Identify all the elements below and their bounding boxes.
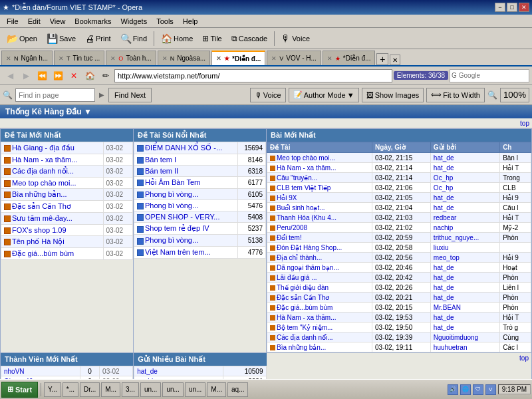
home-button[interactable]: 🏠 Home [157,30,197,47]
tab-0[interactable]: ✕ N Ngân h... [1,51,53,65]
tab-3[interactable]: ✕ N Ngoàsa... [158,51,210,65]
stop-button[interactable]: ✕ [66,68,81,83]
new-topic-link[interactable]: FOX's shop 1.09 [12,226,66,234]
post-link[interactable]: Câu "truyền... [277,174,317,182]
tab-6[interactable]: ✕ ★ *Diễn đ... [323,51,376,65]
post-link[interactable]: Hà Nam - xa thăm... [277,314,336,321]
taskbar-btn-8[interactable]: M... [207,382,226,397]
new-topic-link[interactable]: Hà Giang - địa đầu [12,144,74,152]
new-topic-link[interactable]: Bìa những bản... [12,190,67,198]
voice-toolbar-button[interactable]: 🎙 Voice [277,30,314,47]
tab-0-close[interactable]: ✕ [6,55,11,62]
home-nav-button[interactable]: 🏠 [82,68,97,83]
hot-topic-link[interactable]: Bán tem II [145,167,178,175]
member-link[interactable]: nhoVN [4,368,25,375]
top-link-bottom[interactable]: top [519,354,529,362]
tab-5-close[interactable]: ✕ [271,55,277,62]
close-button[interactable]: ✕ [519,3,529,12]
menu-tools[interactable]: Tools [152,16,178,27]
taskbar-btn-6[interactable]: un... [162,382,183,397]
tab-6-close[interactable]: ✕ [327,55,332,62]
volume-icon[interactable]: 🔊 [448,384,458,395]
taskbar-btn-5[interactable]: un... [140,382,161,397]
hot-topic-link[interactable]: Bán tem I [145,156,176,164]
new-tab-button[interactable]: + [376,53,388,65]
minimize-button[interactable]: − [495,3,505,12]
hot-topic-link[interactable]: Hỏi Âm Bàn Tem [145,178,200,186]
author-mode-button[interactable]: 📝 Author Mode ▼ [289,88,359,102]
hot-topic-link[interactable]: OPEN SHOP - VERY... [145,213,220,221]
url-input[interactable] [114,69,392,82]
edit-button[interactable]: ✏ [98,68,113,83]
post-link[interactable]: Thanh Hóa (Khu 4... [277,214,336,221]
save-button[interactable]: 💾 Save [43,30,80,47]
find-next-button[interactable]: Find Next [108,88,152,102]
antivirus-icon[interactable]: V [485,384,496,395]
google-input[interactable] [457,72,517,79]
new-topic-link[interactable]: Tên phố Hà Nội [12,237,65,245]
fit-to-width-button[interactable]: ⟺ Fit to Width [426,88,485,102]
new-topic-link[interactable]: Sưu tầm mê-đay... [12,214,72,222]
hot-topic-link[interactable]: ĐIỂM DANH XỔ SỐ -... [145,144,222,152]
taskbar-btn-1[interactable]: *... [63,382,78,397]
top-link-top[interactable]: top [520,120,529,127]
close-tab-x-button[interactable]: ✕ [390,55,400,65]
taskbar-btn-0[interactable]: Y... [44,382,61,397]
post-link[interactable]: Dã ngoại thăm bạn... [277,264,339,271]
fast-forward-button[interactable]: ⏩ [51,68,65,83]
hot-topic-link[interactable]: Shop tem rẻ đẹp IV [145,224,209,232]
back-button[interactable]: ◀ [3,68,17,83]
google-search-box[interactable]: G [450,69,529,82]
post-link[interactable]: Hà Nam - xa thăm... [277,164,336,172]
rewind-button[interactable]: ⏪ [35,68,49,83]
find-button[interactable]: 🔍 Find [116,30,151,47]
security-icon[interactable]: 🛡 [473,384,483,395]
new-topic-link[interactable]: Các địa danh nổi... [12,167,74,175]
taskbar-btn-3[interactable]: M... [101,382,120,397]
post-link[interactable]: Peru/2008 [277,224,307,231]
tab-1[interactable]: ✕ T Tin tuc ... [54,51,104,65]
menu-view[interactable]: View [46,16,70,27]
new-topic-link[interactable]: Meo top chào moi... [12,179,76,187]
tab-2[interactable]: ✕ O Toàn h... [106,51,156,65]
maximize-button[interactable]: □ [507,3,517,12]
new-topic-link[interactable]: Đặc sản Cần Thơ [12,202,71,210]
taskbar-btn-9[interactable]: aq... [227,382,248,397]
post-link[interactable]: Đón Đặt Hàng Shop... [277,244,342,251]
post-link[interactable]: Thế giới diệu đàn [277,284,329,291]
post-link[interactable]: Buổi sinh hoạt... [277,204,325,211]
author-mode-dropdown[interactable]: 📝 Author Mode ▼ [289,88,359,102]
menu-edit[interactable]: Edit [24,16,45,27]
show-images-button[interactable]: 🖼 Show Images [362,88,424,102]
voice-button[interactable]: 🎙 Voice [250,88,286,102]
find-input[interactable] [15,88,95,102]
tab-4-close[interactable]: ✕ [216,55,221,62]
tab-4-active[interactable]: ✕ ★ *Diễn đ... [211,51,265,65]
tile-button[interactable]: ⊞ Tile [198,30,225,47]
taskbar-btn-4[interactable]: 3... [122,382,139,397]
tab-2-close[interactable]: ✕ [110,55,116,62]
zoom-level[interactable]: 100% [500,88,529,102]
cascade-button[interactable]: ⧉ Cascade [227,30,271,47]
start-button[interactable]: ⊞ Start [1,382,38,398]
menu-widgets[interactable]: Widgets [116,16,151,27]
post-link[interactable]: Hỏi 9X [277,194,297,201]
taskbar-btn-7[interactable]: un... [185,382,205,397]
new-topic-link[interactable]: Hà Nam - xa thăm... [12,156,77,164]
taskbar-btn-2[interactable]: Dr... [80,382,100,397]
post-link[interactable]: Bìa những bản... [277,344,326,351]
tab-5[interactable]: ✕ V VOV - H... [267,51,321,65]
menu-bookmarks[interactable]: Bookmarks [70,16,115,27]
menu-help[interactable]: Help [179,16,202,27]
forward-button[interactable]: ▶ [19,68,33,83]
forum-wrapper[interactable]: Thống Kê Hàng Đầu ▼ top Đề Tài Mới Nhất … [0,105,532,379]
post-link[interactable]: Lãi đầu giá ... [277,274,317,281]
hot-topic-link[interactable]: Phong bì vòng... [145,236,198,244]
post-link[interactable]: Đặc sản Cần Thơ [277,294,329,301]
tab-1-close[interactable]: ✕ [59,55,64,62]
post-link[interactable]: Bộ tem "Kỷ niệm... [277,324,332,331]
poster-link[interactable]: hat_de [137,368,158,375]
post-link[interactable]: Địa chỉ thành... [277,254,322,261]
network-icon[interactable]: 🌐 [460,384,471,395]
new-topic-link[interactable]: Đặc giá...bùm bùm [12,249,74,257]
